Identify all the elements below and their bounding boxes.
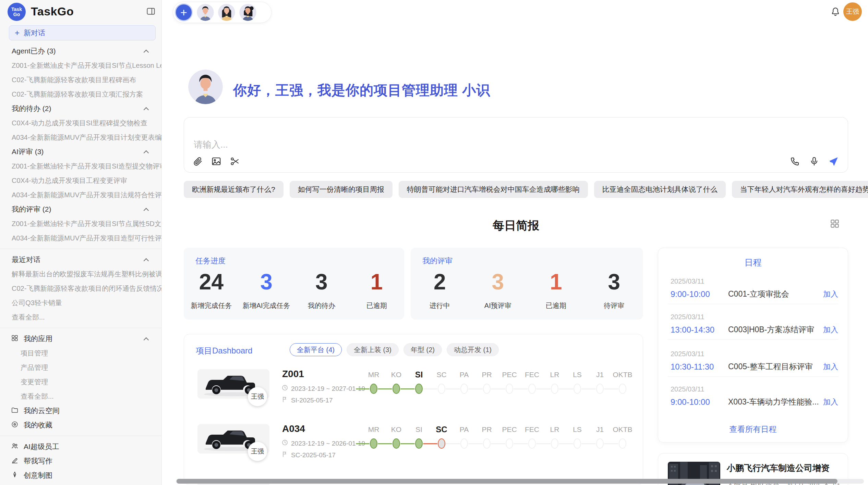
milestone-connector [468,388,483,389]
chat-input[interactable] [184,117,848,172]
sidebar-section-header[interactable]: 我的待办 (2) [0,101,162,116]
cloud-folder-icon [11,406,19,415]
phone-icon[interactable] [789,156,800,167]
sidebar-item[interactable]: Z001-全新燃油轻卡产品开发项目SI节点属性5D文件评审 [0,216,162,231]
task-progress-title: 任务进度 [195,256,226,266]
sidebar-item[interactable]: C02-飞腾新能源轻客改款项目立项汇报方案 [0,87,162,101]
sidebar-divider [0,249,162,249]
suggestion-chip[interactable]: 比亚迪全固态电池计划具体说了什么 [594,181,726,198]
sidebar-item[interactable]: C0X4-动力总成开发项目SI里程碑提交物检查 [0,116,162,130]
clock-icon [281,439,288,448]
stat-value: 3 [469,271,527,293]
horizontal-scrollbar-thumb[interactable] [177,479,837,484]
sidebar-item-favorites[interactable]: 我的收藏 [0,418,162,432]
sidebar-section-header[interactable]: 我的评审 (2) [0,202,162,216]
input-actions [789,156,839,167]
horizontal-scrollbar-track[interactable] [176,479,864,484]
image-icon[interactable] [211,156,222,167]
dashboard-filter-tab[interactable]: 动总开发 (1) [447,343,499,356]
milestone-dot [574,438,581,449]
milestone-connector [536,388,551,389]
milestone-node: KO [385,369,408,394]
sidebar-section-header[interactable]: Agent已办 (3) [0,44,162,58]
dashboard-filter-tab[interactable]: 年型 (2) [403,343,442,356]
suggestion-chip[interactable]: 特朗普可能对进口汽车增税会对中国车企造成哪些影响 [399,181,588,198]
sidebar-section-header-recent[interactable]: 最近对话 [0,252,162,267]
app-sub-item[interactable]: 变更管理 [0,375,162,389]
recent-chat-item[interactable]: 公司Q3轻卡销量 [0,296,162,310]
send-icon[interactable] [828,156,839,167]
recent-chat-item[interactable]: 查看全部... [0,310,162,324]
event-row: 13:00-14:30C003|H0B-方案冻结评审加入 [671,324,838,335]
sidebar-item-help-me-write[interactable]: 帮我写作 [0,454,162,468]
event-join-link[interactable]: 加入 [823,289,838,299]
sidebar-section-label: Agent已办 (3) [12,46,56,56]
recent-chat-item[interactable]: C02-飞腾新能源轻客改款项目的闭环通告反馈情况 [0,281,162,296]
sidebar-item-my-apps[interactable]: 我的应用 [0,332,162,346]
project-code[interactable]: Z001 [282,369,304,380]
view-all-schedule-link[interactable]: 查看所有日程 [658,424,848,435]
schedule-event: 2025/03/119:00-10:00X003-车辆动力学性能验...加入 [671,385,838,407]
dashboard-filter-tab[interactable]: 全新上装 (3) [347,343,399,356]
event-date: 2025/03/11 [671,277,838,285]
milestone-connector [446,443,460,444]
dashboard-filter-tab[interactable]: 全新平台 (4) [290,343,342,356]
sidebar-item[interactable]: C0X4-动力总成开发项目工程变更评审 [0,173,162,188]
sidebar-lists: Agent已办 (3)Z001-全新燃油皮卡产品开发项目SI节点Lesson L… [0,44,162,483]
project-code[interactable]: A034 [282,423,305,434]
milestone-node: MR [362,423,385,449]
stat-label: 新增完成任务 [184,301,239,310]
grid-view-icon[interactable] [830,219,841,229]
sidebar-item[interactable]: Z001-全新燃油轻卡产品开发项目SI造型提交物评审 [0,159,162,173]
milestone-label: PR [475,423,498,436]
milestone-dot [574,384,581,394]
sidebar-item[interactable]: C02-飞腾新能源轻客改款项目里程碑画布 [0,73,162,87]
stat-value: 1 [349,271,404,293]
event-join-link[interactable]: 加入 [823,362,838,372]
sidebar-item-cloud-space[interactable]: 我的云空间 [0,403,162,418]
add-agent-button[interactable]: + [175,3,193,21]
suggestion-chip[interactable]: 当下年轻人对汽车外观有怎样的喜好趋势 [732,181,868,198]
attachment-icon[interactable] [192,156,203,167]
sidebar-collapse-icon[interactable] [145,6,156,16]
milestone-label: FEC [521,423,543,436]
new-chat-button[interactable]: + 新对话 [9,25,156,40]
stat-value: 2 [411,271,469,293]
user-avatar[interactable]: 王强 [843,2,862,21]
event-join-link[interactable]: 加入 [823,397,838,407]
project-dates: 2023-12-19 ~ 2027-01-19 [281,384,365,393]
event-time: 9:00-10:00 [671,289,728,299]
sidebar-section-label: AI评审 (3) [12,147,44,157]
app-sub-item[interactable]: 项目管理 [0,346,162,360]
milestone-dot [460,384,468,394]
sidebar-item[interactable]: A034-全新新能源MUV产品开发项目计划变更表编写 [0,130,162,145]
app-sub-item[interactable]: 查看全部... [0,389,162,403]
milestone-dot [596,438,604,449]
sidebar-item[interactable]: A034-全新新能源MUV产品开发项目法规符合性评审 [0,188,162,202]
sidebar-section-header[interactable]: AI评审 (3) [0,145,162,159]
app-sub-item[interactable]: 产品管理 [0,360,162,375]
sidebar-item[interactable]: Z001-全新燃油皮卡产品开发项目SI节点Lesson Learn报告 [0,58,162,73]
agent-avatar-1[interactable] [197,4,214,21]
milestone-label: LR [543,369,566,381]
recent-chat-item[interactable]: 解释最新出台的欧盟报废车法规再生塑料比例被调至15%... [0,267,162,281]
milestone-label: LR [543,423,566,436]
task-progress-card: 任务进度 24新增完成任务3新增AI完成任务3我的待办1已逾期 [184,248,404,320]
scissors-icon[interactable] [229,156,240,167]
plus-icon: + [15,28,20,38]
agent-avatar-3[interactable] [239,4,256,21]
suggestion-chip[interactable]: 如何写一份清晰的项目周报 [290,181,393,198]
notification-bell-icon[interactable] [830,6,842,18]
suggestion-chip[interactable]: 欧洲新规最近颁布了什么? [184,181,284,198]
milestone-dot [438,384,445,394]
milestone-connector [378,443,392,444]
event-join-link[interactable]: 加入 [823,325,838,335]
agent-avatar-2[interactable] [218,4,235,21]
sidebar-item[interactable]: A034-全新新能源MUV产品开发项目造型可行性评审 [0,231,162,245]
sidebar-item-creative-drawing[interactable]: 创意制图 [0,468,162,483]
microphone-icon[interactable] [809,156,820,167]
event-row: 9:00-10:00C001-立项审批会加入 [671,289,838,299]
stat: 3我的待办 [294,271,349,310]
project-row: 王强Z0012023-12-19 ~ 2027-01-19SI-2025-05-… [184,365,643,420]
sidebar-item-ai-super-staff[interactable]: AI超级员工 [0,439,162,454]
